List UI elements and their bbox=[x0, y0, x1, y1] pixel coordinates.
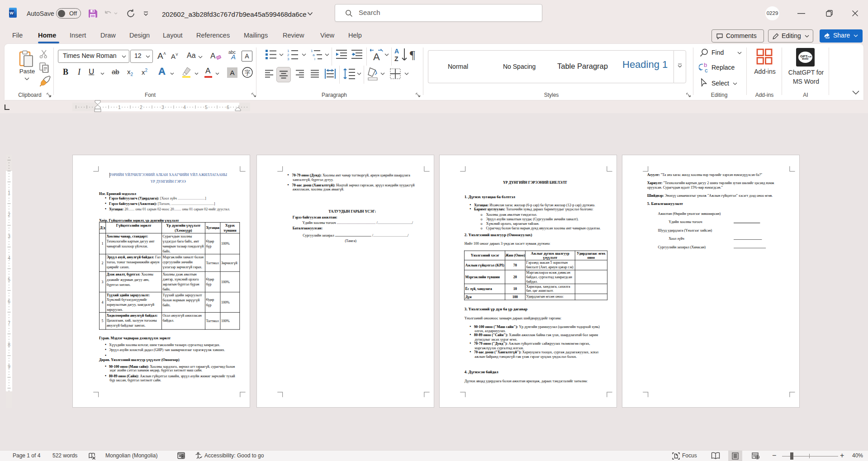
svg-text:6: 6 bbox=[8, 299, 10, 304]
svg-text:2: 2 bbox=[287, 53, 289, 57]
svg-text:W: W bbox=[9, 11, 14, 15]
svg-text:1: 1 bbox=[8, 190, 10, 195]
svg-text:3: 3 bbox=[287, 57, 289, 60]
svg-text:4: 4 bbox=[8, 256, 10, 261]
svg-text:A: A bbox=[373, 51, 380, 61]
svg-text:1: 1 bbox=[287, 49, 289, 53]
svg-text:c: c bbox=[705, 67, 708, 73]
svg-text:a: a bbox=[313, 53, 315, 57]
svg-text:9: 9 bbox=[8, 364, 10, 369]
svg-text:1: 1 bbox=[311, 49, 313, 53]
svg-text:3: 3 bbox=[161, 105, 164, 110]
svg-text:6: 6 bbox=[227, 105, 229, 110]
svg-text:1: 1 bbox=[118, 105, 121, 110]
svg-text:3: 3 bbox=[8, 234, 10, 239]
svg-text:8: 8 bbox=[8, 342, 10, 347]
svg-text:A: A bbox=[394, 48, 399, 55]
svg-text:5: 5 bbox=[205, 105, 208, 110]
svg-text:字: 字 bbox=[245, 69, 251, 76]
svg-text:i: i bbox=[314, 57, 315, 60]
svg-text:4: 4 bbox=[183, 105, 186, 110]
svg-text:7: 7 bbox=[8, 321, 10, 326]
svg-text:Z: Z bbox=[394, 55, 398, 62]
svg-text:2: 2 bbox=[140, 105, 142, 110]
svg-text:2: 2 bbox=[8, 212, 10, 217]
svg-text:5: 5 bbox=[8, 277, 10, 282]
